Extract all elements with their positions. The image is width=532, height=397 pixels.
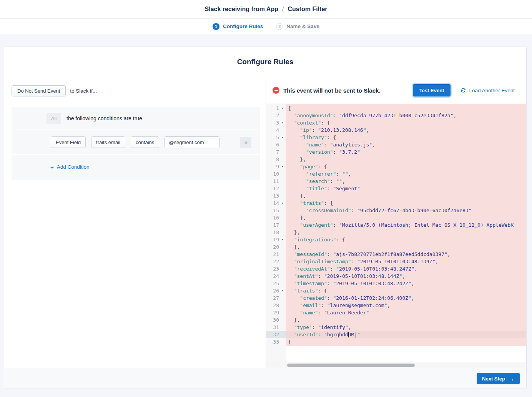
code-line[interactable]: "name": "Lauren Reeder" (286, 309, 527, 316)
fold-icon[interactable] (279, 338, 286, 346)
add-condition-button[interactable]: + Add Condition (50, 164, 90, 170)
fold-icon[interactable] (279, 251, 286, 258)
code-lines[interactable]: { "anonymousId": "ddf9ecda-977b-4231-b00… (286, 104, 527, 346)
fold-icon[interactable] (279, 178, 286, 185)
field-path-selector[interactable]: traits.email (91, 136, 125, 148)
code-line[interactable]: "sentAt": "2019-05-10T01:03:48.144Z", (286, 272, 527, 280)
code-line[interactable]: "library": { (286, 134, 527, 141)
fold-icon[interactable] (279, 272, 286, 280)
fold-icon[interactable] (279, 265, 286, 272)
code-line[interactable]: }, (286, 214, 527, 221)
fold-icon[interactable]: ▾ (279, 134, 286, 141)
fold-icon[interactable]: ▾ (279, 119, 286, 126)
fold-icon[interactable] (279, 185, 286, 192)
code-line[interactable]: }, (286, 316, 527, 324)
step-2-badge: 2 (276, 23, 283, 30)
code-line[interactable]: "traits": { (286, 199, 527, 207)
fold-icon[interactable] (279, 258, 286, 265)
code-line[interactable]: "userId": "bgrqbddDMj" (286, 331, 527, 338)
fold-icon[interactable] (279, 148, 286, 156)
code-line[interactable]: "created": "2016-01-12T02:24:06.400Z", (286, 294, 527, 302)
fold-icon[interactable] (279, 170, 286, 178)
fold-icon[interactable] (279, 112, 286, 119)
load-another-event-label: Load Another Event (469, 88, 515, 93)
horizontal-scrollbar-thumb[interactable] (287, 364, 415, 367)
fold-icon[interactable] (279, 243, 286, 251)
fold-icon[interactable] (279, 324, 286, 331)
code-line[interactable]: "originalTimestamp": "2019-05-10T01:03:4… (286, 258, 527, 265)
code-line[interactable]: "userAgent": "Mozilla/5.0 (Macintosh; In… (286, 221, 527, 229)
code-line[interactable]: "page": { (286, 163, 527, 170)
filter-builder-panel: Do Not Send Event to Slack if... All the… (4, 78, 266, 369)
code-line[interactable]: "receivedAt": "2019-05-10T01:03:48.247Z"… (286, 265, 527, 272)
fold-icon[interactable] (279, 207, 286, 214)
fold-icon[interactable]: ▾ (279, 163, 286, 170)
code-line[interactable]: "anonymousId": "ddf9ecda-977b-4231-b000-… (286, 112, 527, 119)
code-line[interactable]: "traits": { (286, 287, 527, 294)
fold-icon[interactable] (279, 126, 286, 134)
code-line[interactable]: "search": "", (286, 178, 527, 185)
fold-icon[interactable]: ▾ (279, 105, 286, 112)
fold-icon[interactable]: ▾ (279, 236, 286, 243)
line-number: 6 (266, 141, 286, 148)
fold-icon[interactable] (279, 294, 286, 302)
field-type-selector[interactable]: Event Field (51, 136, 86, 148)
gutter: 1▾23▾45▾6789▾1011121314▾1516171819▾20212… (266, 104, 286, 362)
code-line[interactable]: "type": "identify", (286, 324, 527, 331)
code-line[interactable]: }, (286, 229, 527, 236)
condition-value-input[interactable] (165, 136, 219, 148)
fold-icon[interactable] (279, 316, 286, 324)
line-number: 12 (266, 185, 286, 192)
fold-icon[interactable] (279, 214, 286, 221)
code-line[interactable]: "timestamp": "2019-05-10T01:03:48.242Z", (286, 280, 527, 287)
code-line[interactable]: "integrations": { (286, 236, 527, 243)
breadcrumb-bar: Slack receiving from App / Custom Filter (0, 0, 532, 19)
fold-icon[interactable]: ▾ (279, 287, 286, 294)
code-line[interactable]: { (286, 105, 527, 112)
code-line[interactable]: "messageId": "ajs-7b8270771eb2f1f8a87eed… (286, 251, 527, 258)
code-line[interactable]: "title": "Segment" (286, 185, 527, 192)
code-line[interactable]: }, (286, 243, 527, 251)
line-number: 17 (266, 221, 286, 229)
line-number: 1▾ (266, 105, 286, 112)
step-name-save[interactable]: 2 Name & Save (276, 23, 319, 30)
code-line[interactable]: "ip": "210.13.208.146", (286, 126, 527, 134)
line-number: 9▾ (266, 163, 286, 170)
code-line[interactable]: }, (286, 192, 527, 199)
operator-selector[interactable]: contains (131, 136, 159, 148)
fold-icon[interactable] (279, 221, 286, 229)
fold-icon[interactable] (279, 192, 286, 199)
code-line[interactable]: "referrer": "", (286, 170, 527, 178)
code-line[interactable]: "version": "3.7.2" (286, 148, 527, 156)
blocked-icon (273, 87, 279, 94)
code-line[interactable]: "crossDomainId": "95cbdd72-fc67-4b43-b90… (286, 207, 527, 214)
fold-icon[interactable] (279, 280, 286, 287)
line-number: 26▾ (266, 287, 286, 294)
fold-icon[interactable]: ▾ (279, 199, 286, 207)
fold-icon[interactable] (279, 141, 286, 148)
fold-icon[interactable] (279, 309, 286, 316)
fold-icon[interactable] (279, 156, 286, 163)
next-step-button[interactable]: Next Step → (477, 373, 520, 384)
fold-icon[interactable] (279, 331, 286, 338)
match-mode-badge[interactable]: All (47, 113, 61, 124)
load-another-event-link[interactable]: Load Another Event (461, 88, 515, 93)
fold-icon[interactable] (279, 302, 286, 309)
line-number: 29 (266, 309, 286, 316)
code-line[interactable]: "name": "analytics.js", (286, 141, 527, 148)
code-area[interactable]: { "anonymousId": "ddf9ecda-977b-4231-b00… (286, 104, 527, 362)
remove-condition-button[interactable]: × (240, 137, 251, 148)
code-line[interactable]: } (286, 338, 527, 346)
code-line[interactable]: "context": { (286, 119, 527, 126)
json-editor[interactable]: { "anonymousId": "ddf9ecda-977b-4231-b00… (266, 104, 527, 369)
action-suffix-label: to Slack if... (70, 88, 97, 94)
conditions-panel: All the following conditions are true Ev… (12, 107, 260, 180)
arrow-right-icon: → (509, 375, 514, 382)
step-configure-rules[interactable]: 1 Configure Rules (213, 23, 263, 30)
fold-icon[interactable] (279, 229, 286, 236)
action-type-button[interactable]: Do Not Send Event (12, 85, 66, 96)
line-number: 19▾ (266, 236, 286, 243)
test-event-button[interactable]: Test Event (413, 84, 451, 96)
code-line[interactable]: "email": "lauren@segment.com", (286, 302, 527, 309)
code-line[interactable]: }, (286, 156, 527, 163)
